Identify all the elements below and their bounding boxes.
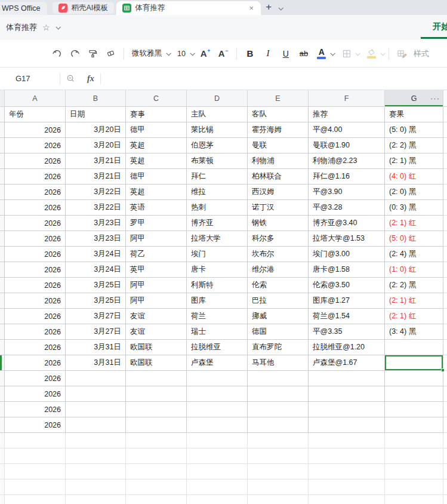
cell[interactable]: 3月27日 (66, 324, 126, 340)
cell[interactable]: (2: 1) 红 (385, 309, 443, 324)
cell[interactable] (309, 386, 385, 402)
title-menu-chevron-icon[interactable] (56, 24, 60, 29)
cell[interactable]: 罗甲 (126, 216, 187, 231)
favorite-star-icon[interactable]: ☆ (42, 23, 50, 32)
cell[interactable]: 2026 (5, 324, 66, 340)
cell[interactable] (187, 402, 248, 417)
cell[interactable]: 3月24日 (66, 262, 126, 278)
cell[interactable]: (2: 2) 黑 (385, 278, 443, 293)
cell[interactable]: 德国 (248, 324, 309, 340)
cell[interactable]: 主队 (187, 107, 248, 122)
cell[interactable]: 赛事 (126, 107, 187, 122)
column-header-B[interactable]: B (66, 90, 126, 107)
cell[interactable]: 2026 (5, 417, 66, 433)
cell[interactable]: 荷兰 (187, 309, 248, 324)
cell[interactable] (66, 480, 126, 495)
cell[interactable]: 2026 (5, 231, 66, 247)
cell[interactable] (187, 386, 248, 402)
cell[interactable]: 赛果 (385, 107, 443, 122)
cell[interactable]: 利物浦 (248, 153, 309, 169)
cell[interactable]: 2026 (5, 386, 66, 402)
cell[interactable]: 2026 (5, 309, 66, 324)
cell[interactable]: 3月22日 (66, 185, 126, 200)
format-painter-icon[interactable] (85, 45, 100, 62)
cell[interactable]: (2: 1) 红 (385, 293, 443, 309)
cell[interactable] (385, 386, 443, 402)
strikethrough-button[interactable]: ab (296, 45, 312, 62)
cell[interactable] (66, 417, 126, 433)
cell[interactable]: (0: 3) 黑 (385, 200, 443, 216)
cell[interactable] (5, 448, 66, 464)
cell[interactable]: 3月21日 (66, 153, 126, 169)
cell[interactable] (309, 495, 385, 504)
cell[interactable] (385, 433, 443, 448)
cell[interactable] (385, 448, 443, 464)
new-tab-button[interactable]: + (261, 0, 275, 15)
cell[interactable]: 坎布尔 (248, 247, 309, 262)
cell[interactable] (309, 448, 385, 464)
cell[interactable]: 2026 (5, 278, 66, 293)
cell[interactable]: (2: 0) 黑 (385, 185, 443, 200)
cell[interactable]: 日期 (66, 107, 126, 122)
cell[interactable]: 拜仁 (187, 169, 248, 185)
cell[interactable]: 曼联@1.90 (309, 138, 385, 153)
cell[interactable]: 西汉姆 (248, 185, 309, 200)
undo-button[interactable] (49, 45, 64, 62)
cell[interactable]: 2026 (5, 371, 66, 386)
cell-style-icon[interactable] (394, 45, 410, 62)
cell[interactable] (309, 417, 385, 433)
underline-button[interactable]: U (278, 45, 294, 62)
cell[interactable] (385, 371, 443, 386)
cell[interactable]: 卢森堡@1.67 (309, 355, 385, 371)
cell[interactable]: 英超 (126, 185, 187, 200)
cell[interactable] (248, 495, 309, 504)
cell[interactable]: 伦索 (248, 278, 309, 293)
cell[interactable] (248, 433, 309, 448)
cell[interactable]: 拉塔大学 (187, 231, 248, 247)
cell[interactable]: 3月31日 (66, 355, 126, 371)
tab-sheet-active[interactable]: 体育推荐 × (116, 1, 261, 15)
cell[interactable]: 图库@1.27 (309, 293, 385, 309)
cell[interactable]: 霍芬海姆 (248, 122, 309, 138)
cell[interactable]: 巴拉 (248, 293, 309, 309)
cell[interactable]: 维拉 (187, 185, 248, 200)
select-all-corner[interactable] (0, 90, 5, 107)
cell[interactable] (385, 464, 443, 480)
cell[interactable]: 3月23日 (66, 231, 126, 247)
cell[interactable] (126, 371, 187, 386)
cell[interactable]: (5: 0) 黑 (385, 122, 443, 138)
cell[interactable] (187, 480, 248, 495)
cell[interactable] (187, 495, 248, 504)
fill-color-chevron-icon[interactable] (380, 51, 385, 56)
cell[interactable]: 挪威 (248, 309, 309, 324)
cell[interactable]: 伦索@3.50 (309, 278, 385, 293)
cell[interactable]: 博齐亚 (187, 216, 248, 231)
cell[interactable]: 英语 (126, 200, 187, 216)
column-header-D[interactable]: D (187, 90, 248, 107)
cell[interactable]: 维尔港 (248, 262, 309, 278)
cell[interactable]: 埃门 (187, 247, 248, 262)
cell-style-label[interactable]: 样式 (414, 48, 429, 59)
wps-home-button[interactable]: WPS Office (0, 2, 47, 15)
cell[interactable]: 2026 (5, 185, 66, 200)
cell[interactable]: 图库 (187, 293, 248, 309)
cell[interactable]: 拉脱维亚@1.20 (309, 340, 385, 355)
close-tab-icon[interactable]: × (247, 4, 257, 13)
cell[interactable]: 热刺 (187, 200, 248, 216)
cell[interactable]: 3月21日 (66, 169, 126, 185)
cell[interactable] (66, 464, 126, 480)
cell[interactable] (309, 402, 385, 417)
cell[interactable]: 客队 (248, 107, 309, 122)
cell[interactable]: 2026 (5, 200, 66, 216)
cell[interactable]: 柏林联合 (248, 169, 309, 185)
cell[interactable]: 拉塔大学@1.53 (309, 231, 385, 247)
ribbon-tab-start[interactable]: 开始 (433, 21, 447, 32)
cell[interactable] (5, 433, 66, 448)
cell[interactable] (187, 448, 248, 464)
cell[interactable]: 平@3.90 (309, 185, 385, 200)
cell[interactable]: 直布罗陀 (248, 340, 309, 355)
cell[interactable]: 阿甲 (126, 231, 187, 247)
cell[interactable] (126, 386, 187, 402)
cell[interactable]: 诺丁汉 (248, 200, 309, 216)
cell[interactable] (309, 371, 385, 386)
